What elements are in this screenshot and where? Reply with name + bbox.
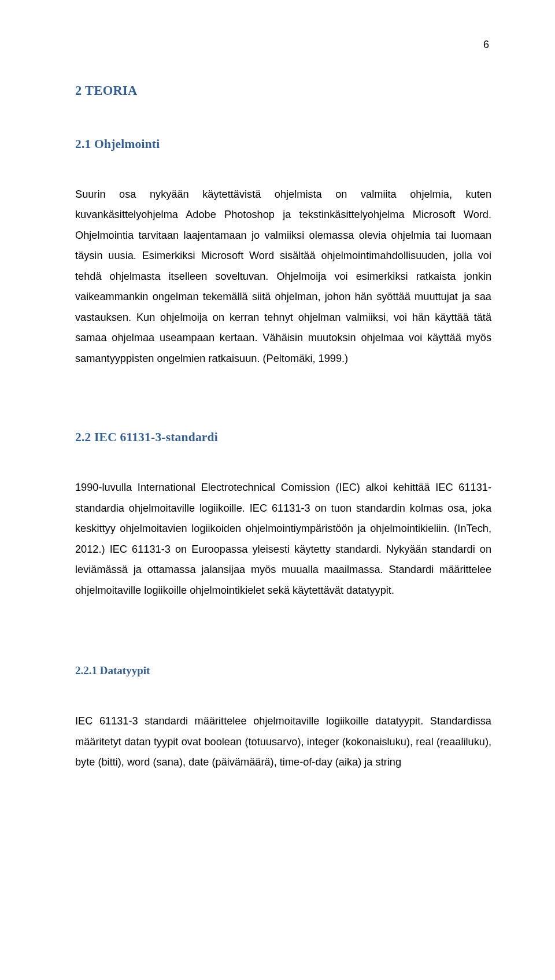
document-page: 6 2 TEORIA 2.1 Ohjelmointi Suurin osa ny… <box>0 0 555 812</box>
heading-2.2.1-datatyypit: 2.2.1 Datatyypit <box>75 660 491 681</box>
paragraph-datatyypit: IEC 61131-3 standardi määrittelee ohjelm… <box>75 711 491 772</box>
heading-2-teoria: 2 TEORIA <box>75 78 491 103</box>
page-number: 6 <box>75 35 491 55</box>
paragraph-ohjelmointi: Suurin osa nykyään käytettävistä ohjelmi… <box>75 184 491 369</box>
heading-2.2-iec-standardi: 2.2 IEC 61131-3-standardi <box>75 426 491 450</box>
paragraph-iec-standardi: 1990-luvulla International Electrotechni… <box>75 478 491 601</box>
heading-2.1-ohjelmointi: 2.1 Ohjelmointi <box>75 132 491 157</box>
